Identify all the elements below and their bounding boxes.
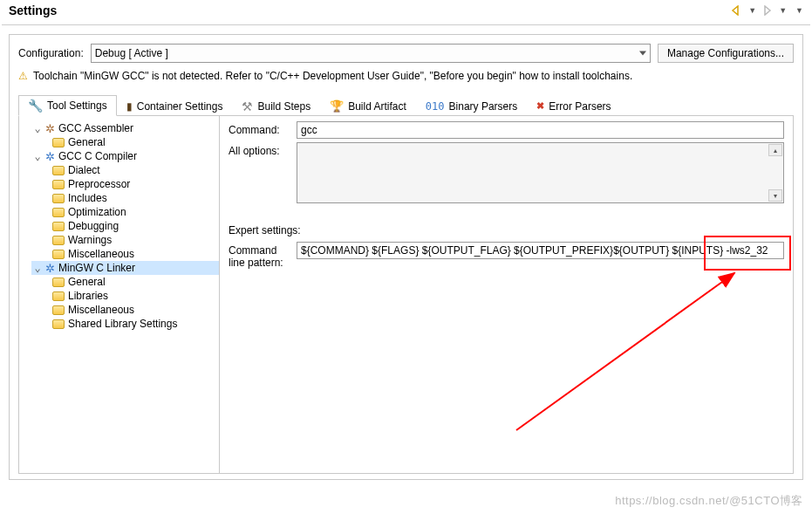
wrench-icon: 🔧 xyxy=(28,99,43,112)
tree-label: General xyxy=(68,276,106,288)
tree-comp-optimization[interactable]: Optimization xyxy=(31,205,219,219)
separator xyxy=(2,24,810,25)
tree-link-miscellaneous[interactable]: Miscellaneous xyxy=(31,303,219,317)
back-menu-icon[interactable]: ▼ xyxy=(748,6,756,15)
tab-tool-settings[interactable]: 🔧 Tool Settings xyxy=(18,95,117,116)
tree-label: GCC Assembler xyxy=(58,122,133,134)
tree-label: Includes xyxy=(68,192,107,204)
tree-gcc-assembler[interactable]: ⌄✲GCC Assembler xyxy=(31,121,219,135)
configuration-select[interactable]: Debug [ Active ] xyxy=(91,44,651,63)
tab-container-settings[interactable]: ▮ Container Settings xyxy=(117,95,233,116)
folder-icon xyxy=(52,305,65,315)
compiler-icon: ✲ xyxy=(45,151,55,162)
expander-icon[interactable]: ⌄ xyxy=(33,262,42,274)
tree-mingw-linker[interactable]: ⌄✲MinGW C Linker xyxy=(31,261,219,275)
folder-icon xyxy=(52,138,65,147)
container-icon: ▮ xyxy=(126,100,133,113)
forward-menu-icon[interactable]: ▼ xyxy=(779,6,787,15)
command-input[interactable] xyxy=(297,121,784,139)
menu-icon[interactable]: ▼ xyxy=(795,6,803,15)
scroll-down-icon[interactable]: ▾ xyxy=(768,189,782,202)
tab-label: Build Steps xyxy=(257,100,310,113)
scroll-up-icon[interactable]: ▴ xyxy=(768,144,782,156)
tree-link-libraries[interactable]: Libraries xyxy=(31,289,219,303)
tree-label: Optimization xyxy=(68,206,126,218)
linker-icon: ✲ xyxy=(45,263,55,274)
expert-settings-label: Expert settings: xyxy=(229,224,784,236)
tree-label: GCC C Compiler xyxy=(58,150,137,162)
label-line2: line pattern: xyxy=(229,257,283,269)
tree-label: General xyxy=(68,136,106,148)
tree-label: Preprocessor xyxy=(68,178,130,190)
configuration-value: Debug [ Active ] xyxy=(95,47,168,59)
tab-label: Error Parsers xyxy=(549,100,611,113)
warning-icon: ⚠ xyxy=(18,70,28,82)
manage-configurations-button[interactable]: Manage Configurations... xyxy=(658,44,794,63)
watermark-text: https://blog.csdn.net/@51CTO博客 xyxy=(615,493,803,509)
expander-icon[interactable]: ⌄ xyxy=(33,122,42,134)
error-icon: ✖ xyxy=(536,100,544,112)
tree-comp-includes[interactable]: Includes xyxy=(31,191,219,205)
label-line1: Command xyxy=(229,244,276,257)
toolchain-warning-text: Toolchain "MinGW GCC" is not detected. R… xyxy=(33,70,632,82)
folder-icon xyxy=(52,166,65,175)
tool-tree: ⌄✲GCC Assembler General ⌄✲GCC C Compiler… xyxy=(19,116,220,473)
tree-label: Warnings xyxy=(68,234,112,246)
tree-comp-debugging[interactable]: Debugging xyxy=(31,219,219,233)
tree-label: Libraries xyxy=(68,290,108,302)
assembler-icon: ✲ xyxy=(45,123,55,134)
tab-label: Container Settings xyxy=(137,100,223,113)
folder-icon xyxy=(52,250,65,259)
tab-label: Build Artifact xyxy=(348,100,406,113)
tree-comp-warnings[interactable]: Warnings xyxy=(31,233,219,247)
all-options-label: All options: xyxy=(229,142,297,157)
annotation-arrow xyxy=(499,264,752,439)
folder-icon xyxy=(52,236,65,245)
tab-build-steps[interactable]: ⚒ Build Steps xyxy=(232,95,320,116)
svg-line-0 xyxy=(516,273,734,430)
folder-icon xyxy=(52,194,65,203)
configuration-label: Configuration: xyxy=(18,47,84,59)
tab-error-parsers[interactable]: ✖ Error Parsers xyxy=(527,95,620,116)
all-options-textarea[interactable]: ▴ ▾ xyxy=(297,142,784,203)
tab-binary-parsers[interactable]: 010 Binary Parsers xyxy=(416,95,527,116)
expander-icon[interactable]: ⌄ xyxy=(33,150,42,162)
tree-link-shared[interactable]: Shared Library Settings xyxy=(31,317,219,331)
tab-bar: 🔧 Tool Settings ▮ Container Settings ⚒ B… xyxy=(18,94,794,116)
tree-label: Shared Library Settings xyxy=(68,318,177,330)
tree-comp-miscellaneous[interactable]: Miscellaneous xyxy=(31,247,219,261)
tab-build-artifact[interactable]: 🏆 Build Artifact xyxy=(320,95,416,116)
page-title: Settings xyxy=(9,3,57,17)
tree-link-general[interactable]: General xyxy=(31,275,219,289)
tree-comp-dialect[interactable]: Dialect xyxy=(31,163,219,177)
tree-label: Dialect xyxy=(68,164,100,176)
command-line-pattern-input[interactable] xyxy=(297,242,784,259)
history-nav: ▼ ▼ ▼ xyxy=(731,5,803,16)
tree-asm-general[interactable]: General xyxy=(31,135,219,149)
steps-icon: ⚒ xyxy=(242,100,253,113)
tree-comp-preprocessor[interactable]: Preprocessor xyxy=(31,177,219,191)
tree-gcc-compiler[interactable]: ⌄✲GCC C Compiler xyxy=(31,149,219,163)
tree-label: Miscellaneous xyxy=(68,248,134,260)
binary-icon: 010 xyxy=(426,100,445,113)
folder-icon xyxy=(52,319,65,329)
tree-label: MinGW C Linker xyxy=(58,262,135,274)
tree-label: Debugging xyxy=(68,220,119,232)
tab-label: Binary Parsers xyxy=(449,100,518,113)
folder-icon xyxy=(52,222,65,231)
folder-icon xyxy=(52,208,65,217)
tab-label: Tool Settings xyxy=(47,99,107,112)
trophy-icon: 🏆 xyxy=(330,99,344,113)
command-label: Command: xyxy=(229,121,297,136)
command-line-pattern-label: Command line pattern: xyxy=(229,242,297,269)
tree-label: Miscellaneous xyxy=(68,304,134,316)
folder-icon xyxy=(52,291,65,301)
back-icon[interactable] xyxy=(731,5,743,16)
folder-icon xyxy=(52,180,65,189)
folder-icon xyxy=(52,278,65,287)
forward-icon[interactable] xyxy=(761,5,774,16)
